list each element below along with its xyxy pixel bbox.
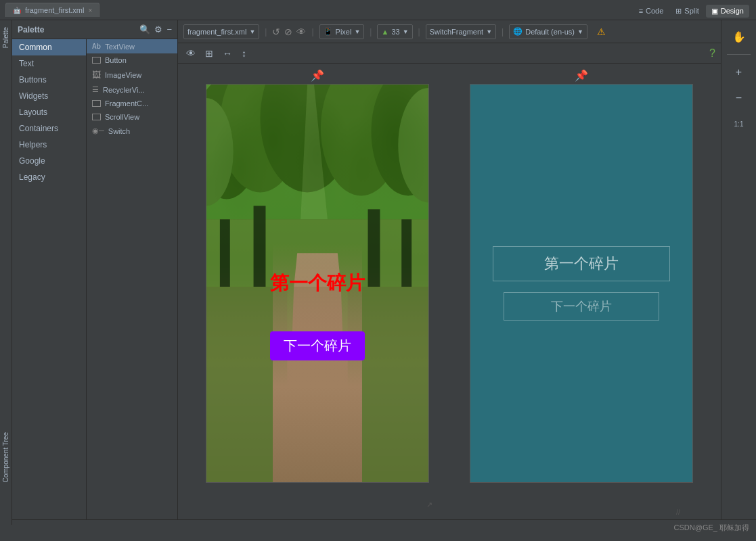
toolbar-separator-5: |	[502, 27, 504, 37]
view-buttons: ≡ Code ⊞ Split ▣ Design	[627, 0, 756, 22]
imageview-icon: 🖼	[92, 70, 101, 80]
left-phone-text: 第一个碎片	[270, 270, 365, 296]
api-label: 33	[391, 28, 399, 36]
palette-categories: Common Text Buttons Widgets Layouts Cont…	[12, 39, 87, 519]
device-dropdown[interactable]: 📱 Pixel ▼	[319, 24, 365, 39]
search-icon[interactable]: 🔍	[139, 24, 150, 34]
pixel-arrow: ▼	[354, 28, 360, 35]
right-phone-pin: 📌	[575, 69, 588, 82]
warning-icon[interactable]: ⚠	[597, 26, 606, 37]
fit-ratio-button[interactable]: 1:1	[728, 113, 750, 135]
palette-item-imageview[interactable]: 🖼 ImageView	[87, 67, 177, 83]
fragment-arrow: ▼	[486, 28, 492, 35]
split-view-button[interactable]: ⊞ Split	[670, 5, 704, 18]
main-container: Palette Palette 🔍 ⚙ − Common Text Button…	[0, 20, 756, 519]
button-label: Button	[105, 56, 127, 64]
right-phone-frame: 📌 第一个碎片 下一个碎片	[470, 84, 693, 499]
left-phone-button[interactable]: 下一个碎片	[270, 331, 365, 360]
zoom-in-button[interactable]: +	[728, 62, 750, 83]
title-bar: 🤖 fragment_first.xml × ≡ Code ⊞ Split ▣ …	[0, 0, 756, 20]
palette-item-button[interactable]: Button	[87, 53, 177, 67]
toolbar-separator-4: |	[418, 27, 420, 37]
split-icon: ⊞	[675, 7, 682, 16]
credit-text: CSDN@GE_ 耶稣加得	[674, 523, 749, 533]
palette-tab-label: Palette	[2, 27, 9, 48]
collapse-icon[interactable]: −	[166, 24, 172, 34]
palette-item-switch[interactable]: ◉─ Switch	[87, 124, 177, 138]
category-common[interactable]: Common	[12, 39, 86, 55]
eye-icon[interactable]: 👁	[296, 26, 306, 37]
design-toolbar: fragment_first.xml ▼ | ↺ ⊘ 👁 | 📱 Pixel ▼…	[178, 20, 721, 43]
design-canvas: 📌	[178, 64, 721, 519]
api-dropdown[interactable]: ▲ 33 ▼	[377, 24, 412, 39]
toolbar-separator-1: |	[265, 27, 267, 37]
right-phone-text: 第一个碎片	[493, 246, 670, 281]
design-area: fragment_first.xml ▼ | ↺ ⊘ 👁 | 📱 Pixel ▼…	[178, 20, 721, 519]
component-tree-tab[interactable]: Component Tree	[0, 390, 12, 525]
vertical-arrow-button[interactable]: ↕	[239, 47, 249, 60]
palette-header: Palette 🔍 ⚙ −	[12, 20, 177, 39]
help-icon[interactable]: ?	[709, 47, 715, 60]
palette-item-recyclerview[interactable]: ☰ RecyclerVi...	[87, 83, 177, 97]
imageview-label: ImageView	[105, 71, 141, 79]
palette-panel: Palette 🔍 ⚙ − Common Text Buttons Widget…	[12, 20, 178, 519]
locale-label: Default (en-us)	[525, 28, 575, 36]
palette-items: Ab TextView Button 🖼 ImageView ☰ Recycle…	[87, 39, 177, 519]
svg-marker-9	[287, 287, 347, 482]
design-icon: ▣	[711, 7, 718, 16]
right-phone-screen: 第一个碎片 下一个碎片	[470, 84, 693, 483]
category-widgets[interactable]: Widgets	[12, 88, 86, 104]
scrollview-label: ScrollView	[105, 113, 139, 121]
fragmentcontainer-icon	[92, 100, 101, 107]
left-phone-pin: 📌	[311, 69, 324, 82]
fragmentcontainer-label: FragmentC...	[105, 99, 148, 108]
horizontal-arrow-button[interactable]: ↔	[220, 47, 235, 60]
scrollview-icon	[92, 114, 101, 120]
fragment-dropdown[interactable]: SwitchFragment ▼	[426, 24, 496, 39]
right-panel-separator	[727, 54, 750, 55]
file-tab[interactable]: 🤖 fragment_first.xml ×	[5, 3, 99, 17]
locale-dropdown[interactable]: 🌐 Default (en-us) ▼	[509, 24, 587, 39]
file-dropdown-label: fragment_first.xml	[187, 28, 246, 36]
palette-item-fragmentcontainer[interactable]: FragmentC...	[87, 97, 177, 110]
hand-tool-button[interactable]: ✋	[728, 26, 750, 47]
component-tree-label: Component Tree	[2, 432, 9, 483]
left-phone-screen: 第一个碎片 下一个碎片	[206, 84, 429, 483]
bottom-bar: CSDN@GE_ 耶稣加得	[0, 519, 756, 536]
category-text[interactable]: Text	[12, 55, 86, 72]
resize-indicator: //	[676, 508, 680, 516]
close-tab-button[interactable]: ×	[88, 7, 92, 14]
recyclerview-label: RecyclerVi...	[103, 86, 145, 94]
palette-item-scrollview[interactable]: ScrollView	[87, 110, 177, 124]
grid-button[interactable]: ⊞	[202, 47, 216, 60]
globe-icon: 🌐	[513, 27, 522, 36]
category-containers[interactable]: Containers	[12, 120, 86, 137]
category-helpers[interactable]: Helpers	[12, 137, 86, 153]
category-legacy[interactable]: Legacy	[12, 169, 86, 185]
palette-item-textview[interactable]: Ab TextView	[87, 39, 177, 53]
zoom-out-button[interactable]: −	[728, 87, 750, 109]
file-dropdown[interactable]: fragment_first.xml ▼	[183, 24, 259, 39]
fragment-label: SwitchFragment	[430, 28, 483, 36]
resize-handle[interactable]: ↗	[426, 500, 432, 509]
svg-rect-19	[206, 287, 287, 482]
category-buttons[interactable]: Buttons	[12, 72, 86, 88]
eye-toggle-button[interactable]: 👁	[183, 47, 198, 60]
button-icon	[92, 57, 101, 64]
code-view-button[interactable]: ≡ Code	[633, 5, 669, 17]
palette-content: Common Text Buttons Widgets Layouts Cont…	[12, 39, 177, 519]
eraser-icon[interactable]: ⊘	[284, 26, 292, 37]
design-sub-toolbar: 👁 ⊞ ↔ ↕ ?	[178, 43, 721, 64]
file-dropdown-arrow: ▼	[249, 28, 255, 35]
android-icon: 🤖	[13, 7, 21, 14]
category-layouts[interactable]: Layouts	[12, 104, 86, 120]
refresh-icon[interactable]: ↺	[272, 26, 280, 37]
api-arrow: ▼	[403, 28, 409, 35]
api-icon: ▲	[381, 28, 388, 36]
design-view-button[interactable]: ▣ Design	[706, 5, 749, 18]
toolbar-separator-3: |	[370, 27, 372, 37]
recyclerview-icon: ☰	[92, 85, 99, 94]
pixel-label: Pixel	[336, 28, 352, 36]
settings-icon[interactable]: ⚙	[154, 24, 162, 34]
category-google[interactable]: Google	[12, 153, 86, 169]
